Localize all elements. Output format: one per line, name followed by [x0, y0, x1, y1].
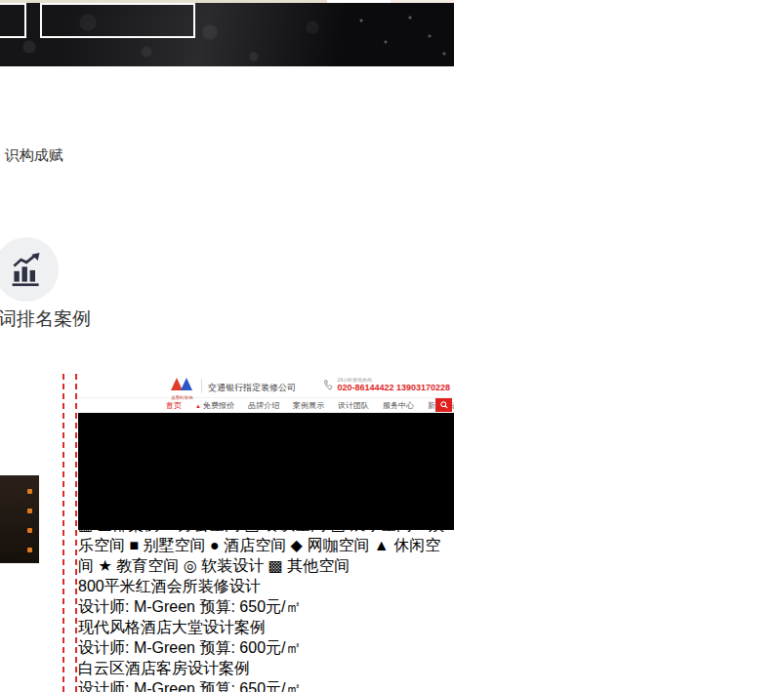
category-tab-label: 网咖空间 — [307, 537, 369, 553]
site-nav-item: 案例展示 — [293, 400, 324, 411]
site-logo: 美图时装饰 — [170, 377, 194, 400]
site-search-button — [435, 398, 452, 412]
site-nav-item: 首页 — [166, 400, 182, 411]
screen: 识构成赋 词排名案例 — [0, 0, 784, 692]
category-tab-icon: ◎ — [184, 557, 197, 574]
case-caption: 白云区酒店客房设计案例 — [78, 659, 454, 679]
hero-banner-image — [0, 3, 454, 66]
site-nav-item: 免费报价 — [195, 400, 234, 411]
m-logo-icon — [171, 378, 194, 390]
divider — [201, 379, 202, 393]
site-header: 美图时装饰 交通银行指定装修公司 24小时咨询热线 020-86144422 1… — [78, 374, 454, 398]
case-meta: 设计师: M-Green 预算: 600元/㎡ — [78, 638, 454, 659]
phone-icon — [323, 380, 334, 390]
category-tab-label: 软装设计 — [201, 557, 264, 574]
category-tab: ◎ 软装设计 — [184, 557, 268, 574]
banner-outline-box — [0, 3, 26, 38]
site-nav-item: 品牌介绍 — [248, 400, 279, 411]
site-company-name: 交通银行指定装修公司 — [208, 382, 296, 394]
annotation-dashed-line — [62, 374, 64, 692]
site-hero-banner: 从事建筑装饰 ENGAGED IN THE ARCHITECTURE DECOR… — [78, 413, 454, 530]
case-caption: 800平米红酒会所装修设计 — [78, 577, 454, 597]
category-tab: ● 酒店空间 — [210, 537, 291, 553]
embedded-site-screenshot: 美图时装饰 交通银行指定装修公司 24小时咨询热线 020-86144422 1… — [78, 374, 454, 692]
category-tab-icon: ■ — [129, 537, 139, 553]
left-image-fragment — [0, 475, 39, 563]
category-tab-icon: ◆ — [291, 537, 303, 553]
site-nav: 首页免费报价品牌介绍案例展示设计团队服务中心新闻动态 — [78, 398, 454, 413]
site-nav-item: 服务中心 — [383, 400, 414, 411]
category-tab-label: 其他空间 — [287, 557, 350, 574]
category-tab-label: 酒店空间 — [224, 537, 286, 553]
banner-outline-box — [40, 3, 195, 38]
annotation-dashed-line — [75, 374, 77, 692]
category-tab-icon: ▲ — [374, 537, 390, 553]
category-tab: ■ 别墅空间 — [129, 537, 210, 553]
bar-chart-icon — [9, 252, 44, 287]
case-caption: 现代风格酒店大堂设计案例 — [78, 618, 454, 638]
chart-feature-badge — [0, 237, 59, 302]
category-tab: ▩ 其他空间 — [268, 557, 351, 574]
site-nav-item: 设计团队 — [338, 400, 369, 411]
category-tab-icon: ★ — [98, 557, 111, 574]
site-phone-block: 24小时咨询热线 020-86144422 13903170228 — [323, 377, 450, 392]
case-card: 现代风格酒店大堂设计案例 设计师: M-Green 预算: 600元/㎡ — [78, 618, 454, 659]
category-tab-icon: ▩ — [268, 557, 283, 574]
case-meta: 设计师: M-Green 预算: 650元/㎡ — [78, 679, 454, 692]
site-phone-number: 020-86144422 13903170228 — [337, 383, 450, 392]
case-card: 800平米红酒会所装修设计 设计师: M-Green 预算: 650元/㎡ — [78, 577, 454, 618]
category-tab-label: 别墅空间 — [144, 537, 206, 553]
background-webpage: 识构成赋 词排名案例 — [0, 0, 454, 692]
page-text-fragment: 识构成赋 — [5, 146, 63, 165]
case-gallery-row1: 800平米红酒会所装修设计 设计师: M-Green 预算: 650元/㎡ 现代… — [78, 577, 454, 692]
case-card: 白云区酒店客房设计案例 设计师: M-Green 预算: 650元/㎡ — [78, 659, 454, 692]
category-tab-icon: ● — [210, 537, 220, 553]
category-tab: ★ 教育空间 — [98, 557, 183, 574]
category-tab-label: 教育空间 — [116, 557, 179, 574]
section-title-fragment: 词排名案例 — [0, 306, 91, 332]
case-meta: 设计师: M-Green 预算: 650元/㎡ — [78, 597, 454, 618]
category-tab: ◆ 网咖空间 — [291, 537, 374, 553]
magnifier-icon — [440, 401, 448, 409]
interior-photo — [78, 413, 268, 530]
